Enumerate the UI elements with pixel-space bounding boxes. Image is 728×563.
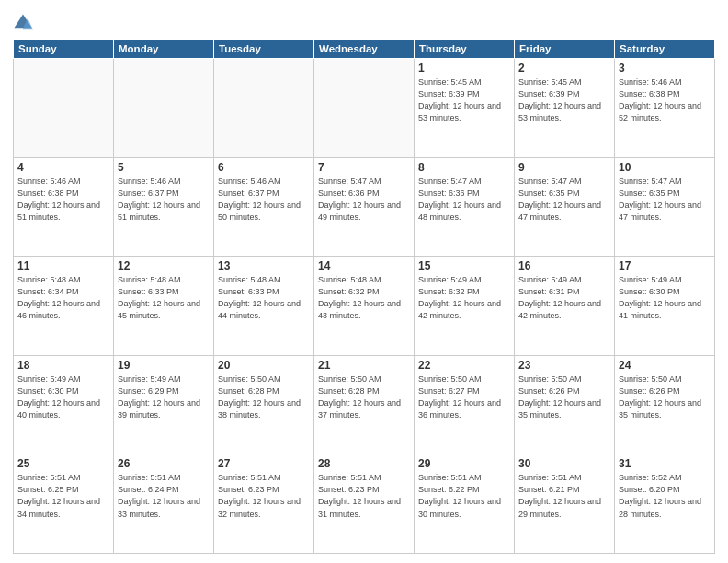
day-info: Sunrise: 5:48 AMSunset: 6:33 PMDaylight:…: [118, 274, 210, 322]
calendar-cell: 30Sunrise: 5:51 AMSunset: 6:21 PMDayligh…: [515, 454, 615, 554]
day-number: 9: [518, 161, 610, 174]
calendar-header-sunday: Sunday: [14, 40, 114, 59]
day-number: 16: [518, 259, 610, 272]
calendar: SundayMondayTuesdayWednesdayThursdayFrid…: [13, 39, 715, 554]
calendar-cell: 23Sunrise: 5:50 AMSunset: 6:26 PMDayligh…: [515, 355, 615, 454]
day-info: Sunrise: 5:51 AMSunset: 6:21 PMDaylight:…: [518, 472, 610, 520]
day-info: Sunrise: 5:50 AMSunset: 6:26 PMDaylight:…: [518, 373, 610, 421]
calendar-cell: 16Sunrise: 5:49 AMSunset: 6:31 PMDayligh…: [515, 257, 615, 356]
calendar-header-tuesday: Tuesday: [214, 40, 314, 59]
day-number: 18: [17, 359, 109, 372]
day-info: Sunrise: 5:47 AMSunset: 6:35 PMDaylight:…: [619, 176, 711, 224]
day-info: Sunrise: 5:48 AMSunset: 6:32 PMDaylight:…: [318, 274, 410, 322]
calendar-header-friday: Friday: [515, 40, 615, 59]
calendar-header-saturday: Saturday: [615, 40, 715, 59]
calendar-cell: 18Sunrise: 5:49 AMSunset: 6:30 PMDayligh…: [14, 355, 114, 454]
day-number: 23: [518, 359, 610, 372]
day-info: Sunrise: 5:49 AMSunset: 6:32 PMDaylight:…: [418, 274, 510, 322]
calendar-cell: 15Sunrise: 5:49 AMSunset: 6:32 PMDayligh…: [415, 257, 515, 356]
day-number: 21: [318, 359, 410, 372]
day-info: Sunrise: 5:49 AMSunset: 6:29 PMDaylight:…: [118, 373, 210, 421]
calendar-cell: 25Sunrise: 5:51 AMSunset: 6:25 PMDayligh…: [14, 454, 114, 554]
calendar-cell: 10Sunrise: 5:47 AMSunset: 6:35 PMDayligh…: [615, 157, 715, 257]
calendar-cell: 19Sunrise: 5:49 AMSunset: 6:29 PMDayligh…: [114, 355, 214, 454]
day-info: Sunrise: 5:51 AMSunset: 6:24 PMDaylight:…: [118, 472, 210, 520]
calendar-week-3: 11Sunrise: 5:48 AMSunset: 6:34 PMDayligh…: [14, 257, 715, 356]
calendar-cell: 20Sunrise: 5:50 AMSunset: 6:28 PMDayligh…: [214, 355, 314, 454]
day-info: Sunrise: 5:52 AMSunset: 6:20 PMDaylight:…: [619, 472, 711, 520]
calendar-header-row: SundayMondayTuesdayWednesdayThursdayFrid…: [14, 40, 715, 59]
calendar-cell: 5Sunrise: 5:46 AMSunset: 6:37 PMDaylight…: [114, 157, 214, 257]
calendar-header-wednesday: Wednesday: [314, 40, 415, 59]
day-number: 7: [318, 161, 410, 174]
day-number: 13: [218, 259, 310, 272]
calendar-header-thursday: Thursday: [415, 40, 515, 59]
day-number: 22: [418, 359, 510, 372]
day-number: 11: [17, 259, 109, 272]
day-info: Sunrise: 5:50 AMSunset: 6:27 PMDaylight:…: [418, 373, 510, 421]
day-number: 1: [418, 62, 510, 75]
day-number: 2: [518, 62, 610, 75]
day-number: 24: [619, 359, 711, 372]
day-info: Sunrise: 5:51 AMSunset: 6:22 PMDaylight:…: [418, 472, 510, 520]
calendar-cell: 28Sunrise: 5:51 AMSunset: 6:23 PMDayligh…: [314, 454, 415, 554]
day-info: Sunrise: 5:50 AMSunset: 6:28 PMDaylight:…: [218, 373, 310, 421]
day-number: 17: [619, 259, 711, 272]
day-info: Sunrise: 5:47 AMSunset: 6:35 PMDaylight:…: [518, 176, 610, 224]
day-info: Sunrise: 5:45 AMSunset: 6:39 PMDaylight:…: [418, 76, 510, 124]
day-number: 20: [218, 359, 310, 372]
day-number: 26: [118, 457, 210, 470]
day-number: 4: [17, 161, 109, 174]
calendar-cell: 21Sunrise: 5:50 AMSunset: 6:28 PMDayligh…: [314, 355, 415, 454]
day-info: Sunrise: 5:51 AMSunset: 6:23 PMDaylight:…: [318, 472, 410, 520]
calendar-cell: 11Sunrise: 5:48 AMSunset: 6:34 PMDayligh…: [14, 257, 114, 356]
day-info: Sunrise: 5:47 AMSunset: 6:36 PMDaylight:…: [318, 176, 410, 224]
day-number: 5: [118, 161, 210, 174]
calendar-cell: 22Sunrise: 5:50 AMSunset: 6:27 PMDayligh…: [415, 355, 515, 454]
calendar-cell: 29Sunrise: 5:51 AMSunset: 6:22 PMDayligh…: [415, 454, 515, 554]
day-number: 6: [218, 161, 310, 174]
day-number: 28: [318, 457, 410, 470]
day-number: 25: [17, 457, 109, 470]
day-info: Sunrise: 5:47 AMSunset: 6:36 PMDaylight:…: [418, 176, 510, 224]
logo-icon: [13, 13, 33, 33]
calendar-cell: [14, 59, 114, 158]
calendar-cell: 1Sunrise: 5:45 AMSunset: 6:39 PMDaylight…: [415, 59, 515, 158]
calendar-week-4: 18Sunrise: 5:49 AMSunset: 6:30 PMDayligh…: [14, 355, 715, 454]
day-number: 27: [218, 457, 310, 470]
calendar-cell: 8Sunrise: 5:47 AMSunset: 6:36 PMDaylight…: [415, 157, 515, 257]
day-info: Sunrise: 5:51 AMSunset: 6:25 PMDaylight:…: [17, 472, 109, 520]
calendar-cell: 3Sunrise: 5:46 AMSunset: 6:38 PMDaylight…: [615, 59, 715, 158]
calendar-cell: 9Sunrise: 5:47 AMSunset: 6:35 PMDaylight…: [515, 157, 615, 257]
day-number: 29: [418, 457, 510, 470]
calendar-cell: 26Sunrise: 5:51 AMSunset: 6:24 PMDayligh…: [114, 454, 214, 554]
day-number: 15: [418, 259, 510, 272]
calendar-week-2: 4Sunrise: 5:46 AMSunset: 6:38 PMDaylight…: [14, 157, 715, 257]
page: SundayMondayTuesdayWednesdayThursdayFrid…: [0, 0, 728, 563]
calendar-cell: 7Sunrise: 5:47 AMSunset: 6:36 PMDaylight…: [314, 157, 415, 257]
day-info: Sunrise: 5:49 AMSunset: 6:30 PMDaylight:…: [17, 373, 109, 421]
calendar-cell: 17Sunrise: 5:49 AMSunset: 6:30 PMDayligh…: [615, 257, 715, 356]
day-info: Sunrise: 5:46 AMSunset: 6:37 PMDaylight:…: [118, 176, 210, 224]
day-number: 19: [118, 359, 210, 372]
day-number: 30: [518, 457, 610, 470]
day-info: Sunrise: 5:46 AMSunset: 6:38 PMDaylight:…: [619, 76, 711, 124]
calendar-cell: 13Sunrise: 5:48 AMSunset: 6:33 PMDayligh…: [214, 257, 314, 356]
day-number: 8: [418, 161, 510, 174]
day-info: Sunrise: 5:51 AMSunset: 6:23 PMDaylight:…: [218, 472, 310, 520]
day-info: Sunrise: 5:49 AMSunset: 6:30 PMDaylight:…: [619, 274, 711, 322]
calendar-cell: 6Sunrise: 5:46 AMSunset: 6:37 PMDaylight…: [214, 157, 314, 257]
calendar-cell: [214, 59, 314, 158]
calendar-cell: 14Sunrise: 5:48 AMSunset: 6:32 PMDayligh…: [314, 257, 415, 356]
day-info: Sunrise: 5:48 AMSunset: 6:33 PMDaylight:…: [218, 274, 310, 322]
calendar-week-1: 1Sunrise: 5:45 AMSunset: 6:39 PMDaylight…: [14, 59, 715, 158]
calendar-cell: 4Sunrise: 5:46 AMSunset: 6:38 PMDaylight…: [14, 157, 114, 257]
day-number: 31: [619, 457, 711, 470]
calendar-cell: 27Sunrise: 5:51 AMSunset: 6:23 PMDayligh…: [214, 454, 314, 554]
header: [13, 9, 715, 33]
calendar-cell: [314, 59, 415, 158]
day-info: Sunrise: 5:50 AMSunset: 6:28 PMDaylight:…: [318, 373, 410, 421]
calendar-cell: [114, 59, 214, 158]
calendar-week-5: 25Sunrise: 5:51 AMSunset: 6:25 PMDayligh…: [14, 454, 715, 554]
day-number: 10: [619, 161, 711, 174]
